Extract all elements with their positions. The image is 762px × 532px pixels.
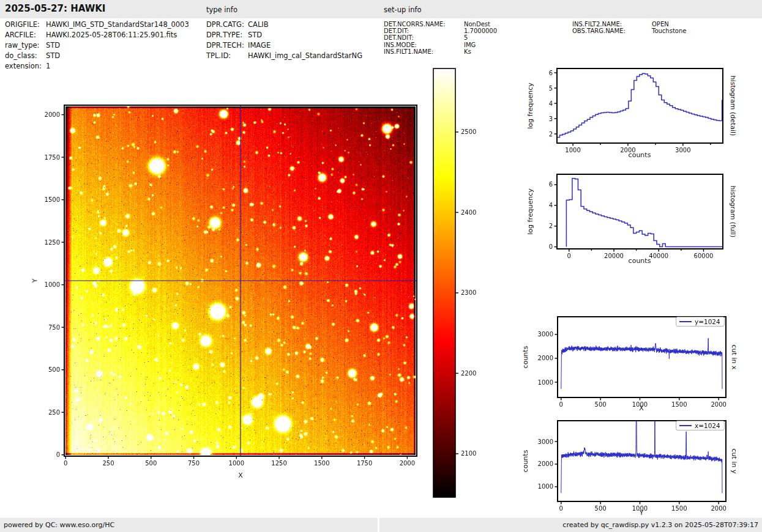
field-value: HAWKI_IMG_STD_StandardStar148_0003: [46, 20, 189, 30]
hist-detail-ylabel: log frequency: [526, 83, 534, 128]
info-row: ARCFILE:HAWKI.2025-05-28T06:11:25.901.fi…: [5, 30, 189, 40]
field-value: IMAGE: [248, 40, 271, 51]
cut-y-legend: x=1024: [676, 421, 725, 430]
info-row: raw_type:STD: [5, 40, 189, 51]
field-value: 5: [464, 34, 468, 41]
field-label: TPL.ID:: [206, 51, 248, 61]
setup-info-column-1: DET.NCORRS.NAME:NonDestDET.DIT:1.7000000…: [384, 21, 497, 55]
main-image-canvas: [24, 86, 428, 483]
field-label: INS.MODE:: [384, 42, 464, 48]
field-label: DET.NCORRS.NAME:: [384, 21, 464, 28]
legend-line-sample: [679, 321, 692, 322]
info-row: DPR.TYPE:STD: [206, 30, 362, 40]
page-title: 2025-05-27: HAWKI: [5, 3, 105, 14]
info-row: OBS.TARG.NAME:Touchstone: [572, 28, 686, 34]
cut-y-right-label: cut in y: [730, 449, 738, 474]
footer-powered-by: powered by QC: www.eso.org/HC: [0, 518, 378, 532]
info-row: TPL.ID:HAWKI_img_cal_StandardStarNG: [206, 51, 362, 61]
hist-detail-xlabel: counts: [629, 151, 651, 159]
cut-x-ylabel: counts: [521, 346, 529, 369]
field-label: do_class:: [5, 51, 46, 61]
field-label: INS.FILT1.NAME:: [384, 48, 464, 55]
colorbar-canvas: [428, 64, 496, 504]
type-info-column: DPR.CATG:CALIBDPR.TYPE:STDDPR.TECH:IMAGE…: [206, 20, 362, 61]
field-value: CALIB: [248, 20, 269, 30]
field-value: STD: [248, 30, 262, 40]
qc-report-page: 2025-05-27: HAWKI type info set-up info …: [0, 0, 762, 532]
field-label: OBS.TARG.NAME:: [572, 28, 652, 34]
legend-line-sample: [679, 425, 692, 426]
field-label: extension:: [5, 61, 46, 72]
cut-y-legend-label: x=1024: [695, 422, 720, 429]
field-label: ORIGFILE:: [5, 20, 46, 30]
field-label: DET.NDIT:: [384, 34, 464, 41]
field-label: DPR.CATG:: [206, 20, 248, 30]
field-value: NonDest: [464, 21, 490, 28]
info-row: extension:1: [5, 61, 189, 72]
hist-full-right-label: histogram (full): [729, 186, 737, 238]
field-value: 1: [46, 61, 50, 72]
header-bar: [0, 0, 762, 18]
field-label: DPR.TECH:: [206, 40, 248, 51]
setup-info-section-label: set-up info: [384, 6, 422, 14]
field-value: STD: [46, 40, 60, 51]
info-row: INS.MODE:IMG: [384, 42, 497, 48]
info-row: DET.NCORRS.NAME:NonDest: [384, 21, 497, 28]
field-value: Ks: [464, 48, 471, 55]
info-row: DPR.CATG:CALIB: [206, 20, 362, 30]
field-value: Touchstone: [652, 28, 686, 34]
hist-full-xlabel: counts: [629, 257, 651, 265]
cut-y-xlabel: Y: [640, 509, 644, 517]
hist-detail-right-label: histogram (detail): [729, 76, 737, 136]
main-xlabel: X: [238, 471, 243, 479]
info-row: INS.FILT2.NAME:OPEN: [572, 21, 686, 28]
info-row: do_class:STD: [5, 51, 189, 61]
info-row: DPR.TECH:IMAGE: [206, 40, 362, 51]
cut-x-right-label: cut in x: [730, 345, 738, 370]
field-value: HAWKI.2025-05-28T06:11:25.901.fits: [46, 30, 177, 40]
hist-full-ylabel: log frequency: [526, 188, 534, 234]
histogram-detail-canvas: [536, 58, 728, 157]
field-value: HAWKI_img_cal_StandardStarNG: [248, 51, 362, 61]
field-value: IMG: [464, 42, 476, 48]
field-value: OPEN: [652, 21, 669, 28]
field-label: DET.DIT:: [384, 28, 464, 34]
info-row: DET.NDIT:5: [384, 34, 497, 41]
info-row: DET.DIT:1.7000000: [384, 28, 497, 34]
cut-y-ylabel: counts: [521, 450, 529, 473]
field-label: ARCFILE:: [5, 30, 46, 40]
info-row: INS.FILT1.NAME:Ks: [384, 48, 497, 55]
cut-x-legend: y=1024: [676, 317, 725, 327]
file-info-column: ORIGFILE:HAWKI_IMG_STD_StandardStar148_0…: [5, 20, 189, 72]
field-value: STD: [46, 51, 60, 61]
field-label: DPR.TYPE:: [206, 30, 248, 40]
field-label: INS.FILT2.NAME:: [572, 21, 652, 28]
info-row: ORIGFILE:HAWKI_IMG_STD_StandardStar148_0…: [5, 20, 189, 30]
setup-info-column-2: INS.FILT2.NAME:OPENOBS.TARG.NAME:Touchst…: [572, 21, 686, 34]
histogram-full-canvas: [536, 164, 728, 263]
field-label: raw_type:: [5, 40, 46, 51]
main-ylabel: Y: [31, 279, 39, 283]
cut-x-legend-label: y=1024: [695, 318, 720, 325]
type-info-section-label: type info: [206, 6, 237, 14]
footer-created-by: created by qc_rawdisp.py v1.2.3 on 2025-…: [379, 518, 762, 532]
field-value: 1.7000000: [464, 28, 497, 34]
